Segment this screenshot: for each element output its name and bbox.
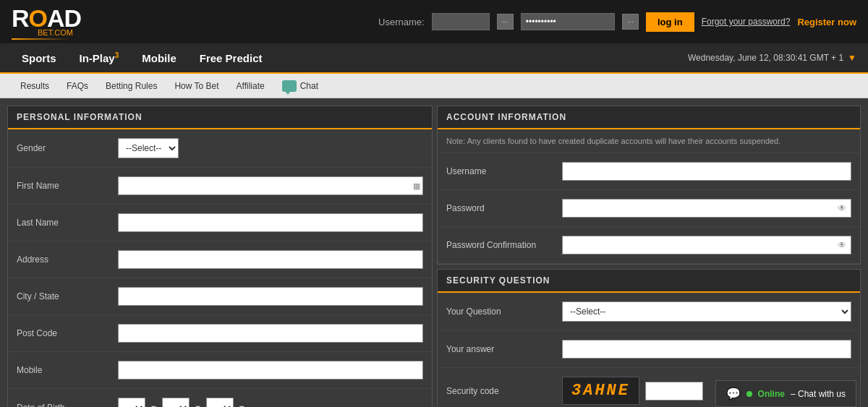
account-username-label: Username [446, 166, 562, 176]
firstname-icon: ▦ [413, 181, 420, 191]
dob-year-arrow: ▼ [238, 403, 246, 407]
address-control [118, 250, 423, 269]
password-input[interactable] [521, 13, 615, 30]
subnav-chat-label: Chat [300, 81, 318, 91]
timezone-arrow[interactable]: ▼ [848, 53, 856, 63]
security-question-label: Your Question [446, 307, 562, 317]
account-passconfirm-row: Password Confirmation 👁 [438, 227, 860, 264]
address-input[interactable] [118, 250, 423, 269]
subnav-faqs[interactable]: FAQs [58, 75, 97, 97]
register-link[interactable]: Register now [797, 17, 856, 27]
dob-day-arrow: ▼ [150, 403, 158, 407]
city-control [118, 287, 423, 306]
logo-underline [12, 38, 69, 40]
lastname-control [118, 213, 423, 232]
personal-info-panel: PERSONAL INFORMATION Gender --Select-- M… [7, 106, 433, 407]
subnav-howtobet[interactable]: How To Bet [166, 75, 227, 97]
account-password-label: Password [446, 203, 562, 213]
city-row: City / State [8, 278, 432, 315]
main-content: PERSONAL INFORMATION Gender --Select-- M… [0, 98, 868, 407]
nav-items: Sports In-Play3 Mobile Free Predict [12, 44, 272, 72]
security-answer-input[interactable] [562, 340, 851, 359]
security-question-select[interactable]: --Select-- What is your mother's maiden … [562, 301, 851, 322]
dob-month-arrow: ▼ [194, 403, 202, 407]
dob-control: -- ▼ -- ▼ -- ▼ [118, 398, 423, 407]
username-label: Username: [378, 17, 425, 27]
login-button[interactable]: log in [646, 12, 694, 32]
mobile-control [118, 361, 423, 380]
nav-freepredict[interactable]: Free Predict [190, 45, 273, 72]
city-label: City / State [17, 291, 118, 301]
username-dots-btn[interactable]: ··· [497, 14, 514, 30]
nav-mobile[interactable]: Mobile [132, 45, 187, 72]
gender-control: --Select-- Male Female [118, 138, 423, 158]
firstname-wrapper: ▦ [118, 176, 423, 195]
personal-info-header: PERSONAL INFORMATION [8, 106, 432, 129]
captcha-input[interactable] [645, 382, 703, 400]
security-answer-row: Your answer [438, 331, 860, 368]
account-password-input[interactable] [567, 203, 838, 213]
firstname-control: ▦ [118, 176, 423, 195]
password-eye-icon[interactable]: 👁 [838, 203, 846, 213]
chat-icon [282, 80, 297, 92]
account-password-row: Password 👁 [438, 190, 860, 227]
dob-label: Date of Birth [17, 403, 118, 407]
gender-row: Gender --Select-- Male Female [8, 129, 432, 168]
datetime: Wednesday, June 12, 08:30:41 GMT + 1 ▼ [688, 53, 856, 63]
chat-widget-icon: 💬 [726, 387, 741, 400]
dob-row: Date of Birth -- ▼ -- ▼ -- ▼ [8, 389, 432, 407]
postcode-row: Post Code [8, 315, 432, 352]
lastname-row: Last Name [8, 205, 432, 241]
dob-day-select[interactable]: -- [118, 398, 145, 407]
sub-nav: Results FAQs Betting Rules How To Bet Af… [0, 74, 868, 98]
account-passconfirm-label: Password Confirmation [446, 240, 562, 250]
chat-widget[interactable]: 💬 Online – Chat with us [715, 380, 856, 407]
chat-online-dot [746, 391, 752, 397]
firstname-input[interactable] [118, 176, 423, 195]
password-dots-btn[interactable]: ··· [622, 14, 639, 30]
account-username-row: Username [438, 153, 860, 190]
mobile-label: Mobile [17, 365, 118, 375]
account-password-wrapper: 👁 [562, 199, 851, 218]
subnav-results[interactable]: Results [12, 75, 58, 97]
security-answer-label: Your answer [446, 344, 562, 354]
nav-sports[interactable]: Sports [12, 45, 67, 72]
security-question-row: Your Question --Select-- What is your mo… [438, 293, 860, 331]
nav-inplay-badge: 3 [115, 51, 119, 59]
postcode-input[interactable] [118, 324, 423, 343]
forgot-password-link[interactable]: Forgot your password? [702, 17, 791, 27]
chat-with-us-text: – Chat with us [791, 389, 846, 399]
account-passconfirm-input[interactable] [567, 240, 838, 250]
header-right: Username: ··· ··· log in Forgot your pas… [378, 12, 856, 32]
subnav-bettingrules[interactable]: Betting Rules [97, 75, 166, 97]
firstname-row: First Name ▦ [8, 168, 432, 205]
address-label: Address [17, 254, 118, 265]
main-nav: Sports In-Play3 Mobile Free Predict Wedn… [0, 43, 868, 74]
dob-selects: -- ▼ -- ▼ -- ▼ [118, 398, 423, 407]
gender-select[interactable]: --Select-- Male Female [118, 138, 179, 158]
account-username-input[interactable] [562, 162, 851, 181]
gender-label: Gender [17, 143, 118, 153]
account-note: Note: Any clients found to have created … [438, 129, 860, 153]
dob-year-select[interactable]: -- [206, 398, 234, 407]
security-question-header: SECURITY QUESTION [438, 270, 860, 293]
chat-icon-tail [285, 91, 291, 95]
datetime-text: Wednesday, June 12, 08:30:41 GMT + 1 [688, 53, 843, 63]
city-input[interactable] [118, 287, 423, 306]
subnav-chat[interactable]: Chat [273, 74, 327, 98]
chat-online-text: Online [758, 389, 785, 399]
header: ROAD BET.COM Username: ··· ··· log in Fo… [0, 0, 868, 43]
nav-inplay[interactable]: In-Play3 [69, 44, 129, 72]
security-code-label: Security code [446, 386, 562, 396]
mobile-row: Mobile [8, 352, 432, 389]
lastname-input[interactable] [118, 213, 423, 232]
subnav-affiliate[interactable]: Affiliate [228, 75, 273, 97]
username-input[interactable] [432, 13, 490, 30]
dob-month-select[interactable]: -- [162, 398, 190, 407]
lastname-label: Last Name [17, 218, 118, 228]
captcha-display: 3AHNE [562, 377, 639, 405]
account-info-panel: ACCOUNT INFORMATION Note: Any clients fo… [437, 106, 861, 265]
passconfirm-eye-icon[interactable]: 👁 [838, 240, 846, 250]
mobile-input[interactable] [118, 361, 423, 380]
address-row: Address [8, 241, 432, 278]
